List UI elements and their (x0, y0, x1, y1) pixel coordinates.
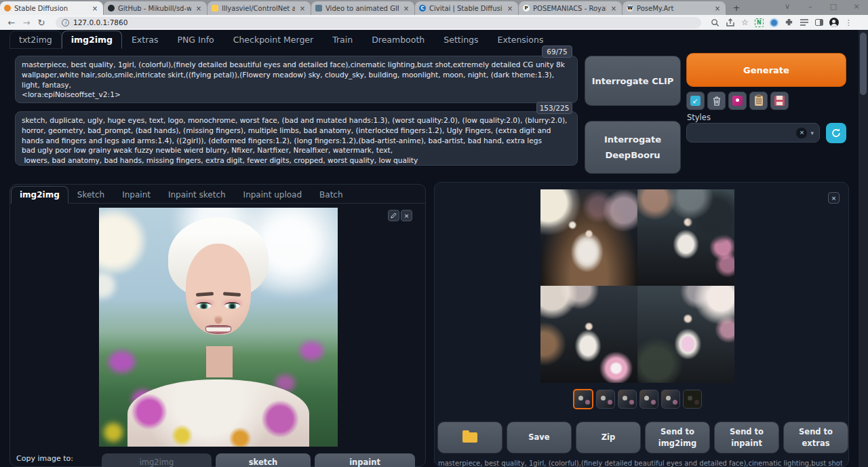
copy-to-sketch-button[interactable]: sketch (216, 453, 311, 467)
thumbnail[interactable] (618, 390, 637, 409)
send-to-img2img-button[interactable]: Send to img2img (645, 422, 710, 453)
result-image-3[interactable] (540, 286, 637, 383)
remove-image-button[interactable]: × (401, 210, 412, 221)
close-window-button[interactable]: × (845, 0, 868, 15)
tab-extras[interactable]: Extras (122, 31, 168, 49)
tab-dreambooth[interactable]: Dreambooth (362, 31, 434, 49)
negative-token-counter: 153/225 (536, 102, 572, 114)
browser-menu-icon[interactable]: ⋮ (845, 18, 852, 27)
subtab-inpaint-upload[interactable]: Inpaint upload (235, 186, 311, 204)
send-to-inpaint-button[interactable]: Send to inpaint (714, 422, 779, 453)
forward-button[interactable]: → (19, 18, 34, 28)
profile-avatar[interactable] (829, 18, 839, 27)
source-image-preview[interactable] (99, 208, 338, 447)
refresh-icon (831, 128, 842, 138)
browser-tab-controlnet[interactable]: lllyasviel/ControlNet at main × (208, 1, 311, 15)
browser-tab-civitai[interactable]: C Civitai | Stable Diffusion model × (415, 1, 518, 15)
edit-image-button[interactable] (388, 210, 399, 221)
tab-title: Stable Diffusion (14, 5, 87, 12)
tab-groups-icon[interactable] (800, 18, 809, 26)
tab-txt2img[interactable]: txt2img (9, 31, 62, 49)
address-bar[interactable]: i 127.0.0.1:7860 (56, 17, 701, 29)
ezgif-favicon (315, 5, 322, 12)
subtab-batch[interactable]: Batch (311, 186, 352, 204)
page-scrollbar[interactable] (859, 30, 868, 467)
flower-bokeh (300, 341, 323, 360)
styles-dropdown[interactable]: × ▾ (686, 123, 820, 143)
thumbnail[interactable] (639, 390, 658, 409)
tab-settings[interactable]: Settings (434, 31, 488, 49)
url-text[interactable]: 127.0.0.1:7860 (73, 18, 127, 26)
tab-close-icon[interactable]: × (713, 5, 722, 12)
send-to-extras-button[interactable]: Send to extras (783, 422, 848, 453)
nose (214, 313, 223, 324)
extra-networks-button[interactable] (728, 92, 747, 110)
tab-title: PoseMy.Art (637, 5, 710, 12)
subtab-sketch[interactable]: Sketch (68, 186, 113, 204)
interrogate-clip-button[interactable]: Interrogate CLIP (585, 56, 681, 106)
browser-tab-stable-diffusion[interactable]: Stable Diffusion × (0, 1, 103, 15)
thumbnail[interactable] (683, 390, 702, 409)
result-image-2[interactable] (637, 189, 734, 286)
apply-style-button[interactable] (749, 92, 768, 110)
side-panel-icon[interactable] (815, 19, 823, 26)
thumbnail[interactable] (596, 390, 615, 409)
thumbnail[interactable] (661, 390, 680, 409)
extension-blue-icon[interactable] (770, 18, 778, 27)
result-image-1[interactable] (540, 189, 637, 286)
bookmark-star-icon[interactable]: ☆ (741, 18, 749, 27)
tab-png-info[interactable]: PNG Info (167, 31, 223, 49)
tab-close-icon[interactable]: × (91, 5, 99, 12)
browser-tab-posemaniacs[interactable]: P POSEMANIACS - Royalty free 3 × (519, 1, 622, 15)
tab-checkpoint-merger[interactable]: Checkpoint Merger (224, 31, 323, 49)
clear-prompt-button[interactable] (707, 92, 726, 110)
pencil-icon (391, 212, 397, 219)
save-style-button[interactable] (770, 92, 789, 110)
clear-styles-icon[interactable]: × (796, 128, 807, 138)
open-folder-button[interactable] (437, 422, 502, 453)
tab-img2img[interactable]: img2img (62, 31, 122, 49)
site-info-icon[interactable]: i (62, 19, 69, 26)
share-icon[interactable] (726, 18, 735, 27)
positive-prompt-input[interactable]: masterpiece, best quality, 1girl, (color… (15, 56, 578, 103)
gallery-action-buttons: Save Zip Send to img2img Send to inpaint… (437, 422, 848, 453)
interrogate-deepbooru-button[interactable]: InterrogateDeepBooru (585, 121, 681, 174)
folder-icon (462, 432, 477, 443)
result-image-grid[interactable] (540, 189, 734, 383)
tab-train[interactable]: Train (323, 31, 362, 49)
maximize-button[interactable]: □ (822, 0, 845, 15)
zip-button[interactable]: Zip (576, 422, 641, 453)
extensions-puzzle-icon[interactable] (785, 18, 793, 27)
thumbnail-selected[interactable] (573, 389, 593, 409)
subtab-inpaint-sketch[interactable]: Inpaint sketch (159, 186, 235, 204)
subtab-inpaint[interactable]: Inpaint (113, 186, 159, 204)
negative-prompt-input[interactable]: sketch, duplicate, ugly, huge eyes, text… (15, 111, 578, 166)
refresh-styles-button[interactable] (826, 123, 846, 143)
generate-button[interactable]: Generate (686, 53, 846, 87)
tab-close-icon[interactable]: × (402, 5, 410, 12)
new-tab-button[interactable]: + (730, 2, 743, 14)
back-button[interactable]: ← (4, 18, 19, 28)
github-favicon (108, 5, 115, 12)
smile (205, 325, 232, 334)
chevron-down-icon[interactable]: ∨ (776, 0, 799, 15)
minimize-button[interactable]: – (799, 0, 822, 15)
tab-close-icon[interactable]: × (506, 5, 514, 12)
tab-close-icon[interactable]: × (610, 5, 618, 12)
copy-to-inpaint-button[interactable]: inpaint (315, 453, 415, 467)
reload-button[interactable]: ↻ (34, 18, 49, 28)
paste-arrow-icon: ↙ (690, 96, 701, 106)
zoom-icon[interactable] (711, 18, 719, 27)
extension-n-icon[interactable]: N (755, 18, 764, 27)
close-gallery-button[interactable]: × (828, 192, 840, 204)
tab-close-icon[interactable]: × (298, 5, 307, 12)
browser-tab-posemyart[interactable]: W PoseMy.Art × (623, 1, 726, 15)
subtab-img2img[interactable]: img2img (11, 186, 68, 204)
browser-tab-github[interactable]: GitHub - Mikubill/sd-webui-co × (104, 1, 207, 15)
paste-params-button[interactable]: ↙ (686, 92, 705, 110)
scrollbar-thumb[interactable] (860, 33, 867, 95)
save-button[interactable]: Save (507, 422, 572, 453)
tab-close-icon[interactable]: × (195, 5, 203, 12)
result-image-4[interactable] (637, 286, 734, 383)
browser-tab-gif-converter[interactable]: Video to animated GIF converter × (311, 1, 414, 15)
